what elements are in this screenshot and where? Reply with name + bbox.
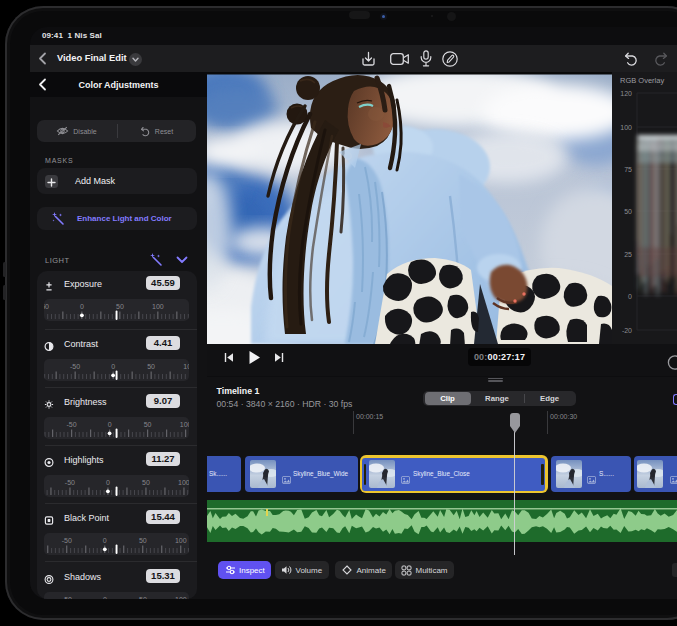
svg-text:50: 50: [624, 208, 632, 215]
svg-text:50: 50: [147, 363, 155, 370]
svg-text:0: 0: [111, 363, 115, 370]
svg-text:-50: -50: [65, 479, 75, 486]
svg-text:-50: -50: [70, 363, 80, 370]
svg-text:100: 100: [152, 303, 164, 310]
svg-text:100: 100: [183, 363, 189, 370]
svg-text:100: 100: [175, 537, 187, 544]
svg-text:0: 0: [103, 537, 107, 544]
svg-text:50: 50: [144, 421, 152, 428]
svg-text:0: 0: [108, 421, 112, 428]
svg-text:-50: -50: [44, 303, 49, 310]
svg-text:0: 0: [628, 293, 632, 300]
svg-text:50: 50: [142, 479, 150, 486]
svg-text:-50: -50: [62, 596, 72, 600]
svg-text:-50: -50: [62, 537, 72, 544]
svg-text:0: 0: [103, 596, 107, 600]
svg-text:100: 100: [180, 421, 189, 428]
svg-text:0: 0: [106, 479, 110, 486]
svg-text:25: 25: [624, 251, 632, 258]
svg-text:75: 75: [624, 166, 632, 173]
svg-text:100: 100: [175, 596, 187, 600]
svg-text:100: 100: [620, 124, 632, 131]
svg-text:RGB Overlay: RGB Overlay: [620, 76, 664, 85]
svg-text:50: 50: [116, 303, 124, 310]
svg-text:0: 0: [80, 303, 84, 310]
svg-text:-20: -20: [622, 327, 632, 334]
svg-text:120: 120: [620, 90, 632, 97]
svg-text:50: 50: [139, 537, 147, 544]
svg-text:-50: -50: [67, 421, 77, 428]
svg-text:50: 50: [139, 596, 147, 600]
svg-text:100: 100: [178, 479, 189, 486]
